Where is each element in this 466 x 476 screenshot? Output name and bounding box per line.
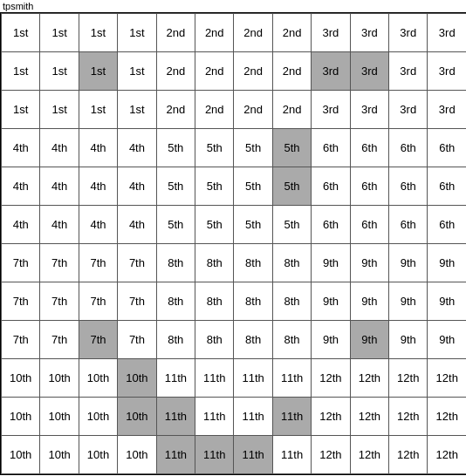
table-cell: 8th	[156, 244, 195, 282]
table-cell: 3rd	[389, 14, 428, 52]
table-cell: 1st	[118, 91, 156, 129]
table-cell: 4th	[118, 167, 156, 206]
table-cell: 11th	[195, 436, 234, 474]
table-cell: 9th	[350, 244, 388, 282]
table-cell: 10th	[2, 359, 40, 398]
table-cell: 7th	[79, 244, 117, 282]
table-cell: 2nd	[234, 52, 272, 91]
table-cell: 12th	[350, 436, 388, 474]
table-cell: 7th	[2, 321, 40, 359]
table-cell: 1st	[40, 14, 79, 52]
table-cell: 4th	[79, 167, 117, 206]
table-cell: 1st	[40, 52, 79, 91]
table-cell: 5th	[234, 129, 272, 167]
table-cell: 11th	[195, 398, 234, 436]
table-cell: 11th	[234, 359, 272, 398]
table-cell: 4th	[40, 129, 79, 167]
table-cell: 4th	[40, 167, 79, 206]
table-cell: 10th	[118, 398, 156, 436]
table-cell: 11th	[234, 398, 272, 436]
table-cell: 8th	[195, 321, 234, 359]
table-row: 7th7th7th7th8th8th8th8th9th9th9th9th	[2, 321, 467, 359]
table-cell: 8th	[195, 282, 234, 321]
table-row: 1st1st1st1st2nd2nd2nd2nd3rd3rd3rd3rd	[2, 52, 467, 91]
table-cell: 11th	[272, 398, 311, 436]
table-cell: 2nd	[272, 14, 311, 52]
table-cell: 3rd	[428, 14, 466, 52]
table-cell: 1st	[2, 91, 40, 129]
title-bar: tpsmith	[0, 0, 466, 12]
table-cell: 6th	[428, 167, 466, 206]
table-cell: 11th	[272, 359, 311, 398]
table-cell: 12th	[389, 359, 428, 398]
table-cell: 12th	[428, 359, 466, 398]
table-cell: 6th	[428, 206, 466, 244]
table-cell: 3rd	[428, 52, 466, 91]
table-cell: 1st	[118, 52, 156, 91]
table-cell: 11th	[156, 359, 195, 398]
table-cell: 2nd	[156, 14, 195, 52]
table-row: 7th7th7th7th8th8th8th8th9th9th9th9th	[2, 282, 467, 321]
table-cell: 6th	[350, 129, 388, 167]
table-cell: 6th	[312, 167, 350, 206]
table-cell: 7th	[118, 321, 156, 359]
table-cell: 3rd	[312, 91, 350, 129]
table-cell: 7th	[118, 282, 156, 321]
table-cell: 2nd	[234, 91, 272, 129]
table-row: 1st1st1st1st2nd2nd2nd2nd3rd3rd3rd3rd	[2, 91, 467, 129]
table-cell: 12th	[389, 436, 428, 474]
app-title: tpsmith	[0, 0, 36, 12]
table-cell: 8th	[272, 244, 311, 282]
table-cell: 1st	[79, 52, 117, 91]
grid-table: 1st1st1st1st2nd2nd2nd2nd3rd3rd3rd3rd1st1…	[1, 13, 466, 474]
table-cell: 12th	[350, 359, 388, 398]
table-cell: 9th	[428, 244, 466, 282]
table-cell: 12th	[428, 436, 466, 474]
table-cell: 8th	[234, 282, 272, 321]
table-cell: 3rd	[312, 52, 350, 91]
table-cell: 3rd	[350, 91, 388, 129]
table-cell: 11th	[234, 436, 272, 474]
table-cell: 10th	[118, 359, 156, 398]
table-cell: 2nd	[195, 14, 234, 52]
table-cell: 7th	[40, 244, 79, 282]
table-cell: 5th	[195, 167, 234, 206]
table-cell: 9th	[350, 321, 388, 359]
table-cell: 12th	[350, 398, 388, 436]
table-cell: 7th	[79, 282, 117, 321]
table-cell: 6th	[389, 206, 428, 244]
table-cell: 12th	[389, 398, 428, 436]
table-row: 4th4th4th4th5th5th5th5th6th6th6th6th	[2, 129, 467, 167]
table-cell: 7th	[2, 244, 40, 282]
table-row: 7th7th7th7th8th8th8th8th9th9th9th9th	[2, 244, 467, 282]
grid-container: 1st1st1st1st2nd2nd2nd2nd3rd3rd3rd3rd1st1…	[0, 12, 466, 475]
table-cell: 6th	[428, 129, 466, 167]
table-cell: 2nd	[195, 52, 234, 91]
table-cell: 3rd	[389, 52, 428, 91]
table-cell: 7th	[2, 282, 40, 321]
table-cell: 10th	[79, 436, 117, 474]
table-cell: 5th	[272, 167, 311, 206]
table-cell: 10th	[79, 359, 117, 398]
table-row: 10th10th10th10th11th11th11th11th12th12th…	[2, 436, 467, 474]
table-cell: 12th	[428, 398, 466, 436]
table-cell: 9th	[312, 244, 350, 282]
table-cell: 1st	[2, 14, 40, 52]
table-cell: 11th	[272, 436, 311, 474]
table-cell: 4th	[79, 206, 117, 244]
table-cell: 4th	[2, 167, 40, 206]
table-cell: 2nd	[156, 52, 195, 91]
table-cell: 5th	[195, 206, 234, 244]
table-cell: 1st	[118, 14, 156, 52]
table-cell: 4th	[40, 206, 79, 244]
table-cell: 8th	[234, 244, 272, 282]
table-cell: 3rd	[350, 52, 388, 91]
table-cell: 6th	[350, 167, 388, 206]
table-cell: 10th	[40, 398, 79, 436]
table-cell: 9th	[428, 321, 466, 359]
table-cell: 8th	[272, 321, 311, 359]
table-row: 4th4th4th4th5th5th5th5th6th6th6th6th	[2, 167, 467, 206]
table-cell: 3rd	[350, 14, 388, 52]
table-cell: 9th	[312, 321, 350, 359]
table-cell: 1st	[2, 52, 40, 91]
